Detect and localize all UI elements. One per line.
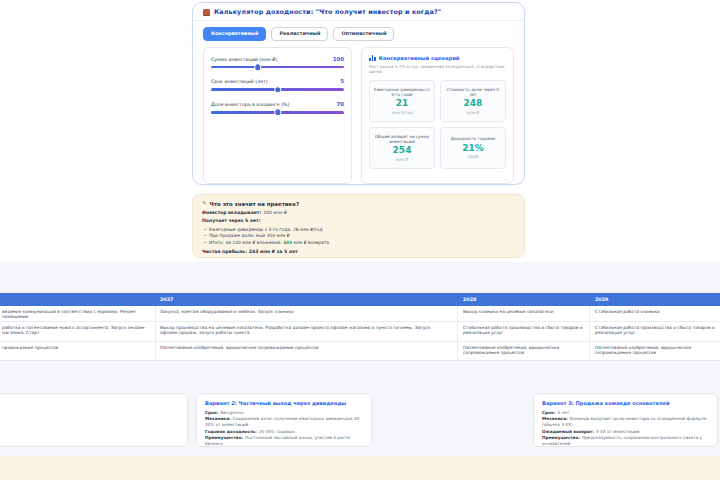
table-cell: Патентование изобретений, юридическое со…	[463, 345, 584, 356]
memo-icon: ✎	[202, 201, 207, 207]
slider-investment-amount[interactable]	[211, 66, 344, 69]
metric-value: 21	[373, 98, 431, 108]
variant-row: Преимущество:Предсказуемость, сохранение…	[542, 435, 709, 447]
slider-label-investment-amount: Сумма инвестиций (млн ₽)	[211, 57, 277, 62]
metric-value: 248	[444, 98, 502, 108]
variant-2-card: Вариант 2: Частичный выход через дивиден…	[196, 393, 372, 447]
practice-invest-value: 100 млн ₽	[263, 210, 287, 215]
variant-3-title: Вариант 3: Продажа команде основателей	[542, 400, 709, 406]
metric-unit: CAGR	[444, 154, 502, 159]
metric-value: 254	[373, 145, 431, 155]
roadmap-header-row: 2027 2028 2029	[0, 293, 720, 306]
scenario-title: Консервативный сценарий	[379, 55, 460, 61]
tab-conservative[interactable]: Консервативный	[203, 27, 266, 41]
metric-value: 21%	[444, 143, 502, 153]
table-cell: Выход производства на целевые показатели…	[160, 325, 448, 336]
practice-card: ✎ Что это значит на практике? Инвестор в…	[192, 194, 525, 258]
metric-card-dividends: Ежегодные дивиденды (с 3-го года) 21 млн…	[369, 80, 435, 122]
table-row: работка и патентование нового ассортимен…	[0, 322, 720, 342]
variant-2-title: Вариант 2: Частичный выход через дивиден…	[205, 400, 363, 406]
table-row: ведение коммуникаций в соответствии с но…	[0, 306, 720, 322]
column-divider	[155, 306, 156, 361]
metric-label: Доходность годовая	[444, 136, 502, 141]
metric-card-total-return: Общий возврат на сумму инвестиций 254 мл…	[369, 127, 435, 169]
metric-unit: млн ₽/год	[373, 110, 431, 115]
practice-title: Что это значит на практике?	[210, 201, 299, 207]
practice-net-label: Чистая прибыль:	[202, 249, 247, 254]
calculator-icon	[203, 9, 210, 16]
practice-receive-label: Получает через 5 лет:	[202, 218, 513, 223]
table-cell: Закупка, монтаж оборудования и мебели. З…	[160, 309, 448, 315]
calculator-card: Калькулятор доходности: "Что получит инв…	[192, 2, 525, 185]
practice-invest-line: Инвестор вкладывает:100 млн ₽	[202, 210, 515, 215]
page: Калькулятор доходности: "Что получит инв…	[0, 0, 720, 480]
sliders-panel: Сумма инвестиций (млн ₽) 100 Срок инвест…	[203, 47, 352, 184]
table-cell: Выход клиники на целевые показатели	[463, 309, 584, 315]
scenario-subtitle: Рост рынка 5-7% в год, умеренная конкуре…	[369, 64, 506, 74]
column-divider	[457, 306, 458, 361]
slider-row: Срок инвестиций (лет) 5	[211, 78, 344, 84]
variant-1-card	[0, 393, 188, 447]
slider-label-investor-share: Доля инвестора в холдинге (%)	[211, 102, 289, 107]
metric-card-cagr: Доходность годовая 21% CAGR	[440, 127, 506, 169]
practice-net-line: Чистая прибыль: 243 млн ₽ за 5 лет	[202, 249, 515, 254]
variant-3-card: Вариант 3: Продажа команде основателей С…	[533, 393, 718, 447]
metric-label: Общий возврат на сумму инвестиций	[373, 134, 431, 144]
practice-bullet: Итого: на 100 млн ₽ вложений: 343 млн ₽ …	[202, 240, 515, 246]
calculator-title: Калькулятор доходности: "Что получит инв…	[214, 8, 441, 16]
table-cell: работка и патентование нового ассортимен…	[2, 325, 152, 336]
slider-value-investment-term: 5	[340, 78, 344, 84]
practice-net-value: 243 млн ₽ за 5 лет	[249, 249, 298, 254]
table-cell: ведение коммуникаций в соответствии с но…	[2, 309, 152, 320]
metric-unit: млн ₽	[444, 110, 502, 115]
variant-row: Преимущество:Постоянный пассивный доход,…	[205, 435, 363, 447]
bottom-beige-band	[0, 456, 720, 480]
metrics-grid: Ежегодные дивиденды (с 3-го года) 21 млн…	[369, 80, 506, 169]
scenario-panel: Консервативный сценарий Рост рынка 5-7% …	[361, 47, 514, 184]
table-cell: Стабильная работа производства и сбыта т…	[595, 325, 717, 336]
roadmap-table: 2027 2028 2029 ведение коммуникаций в со…	[0, 293, 720, 361]
metric-label: Стоимость доли через 5 лет	[444, 87, 502, 97]
tab-realistic[interactable]: Реалистичный	[271, 27, 328, 41]
slider-thumb[interactable]	[275, 110, 281, 116]
slider-row: Сумма инвестиций (млн ₽) 100	[211, 56, 344, 62]
slider-row: Доля инвестора в холдинге (%) 70	[211, 101, 344, 107]
slider-thumb[interactable]	[255, 64, 261, 70]
table-cell: Патентование изобретений, юридическое со…	[595, 345, 717, 356]
table-cell: провождение процессов	[2, 345, 152, 351]
bar-chart-icon	[369, 55, 376, 61]
slider-thumb[interactable]	[275, 87, 281, 93]
metric-unit: млн ₽	[373, 157, 431, 162]
slider-value-investor-share: 70	[337, 101, 345, 107]
year-header-2029: 2029	[595, 293, 608, 306]
scenario-tabs: Консервативный Реалистичный Оптимистичны…	[193, 21, 524, 41]
metric-card-share-value: Стоимость доли через 5 лет 248 млн ₽	[440, 80, 506, 122]
column-divider	[589, 306, 590, 361]
calculator-header: Калькулятор доходности: "Что получит инв…	[193, 3, 524, 21]
table-cell: Патентование изобретений, юридическое со…	[160, 345, 448, 351]
year-header-2027: 2027	[160, 293, 173, 306]
table-cell: Стабильная работа клиники	[595, 309, 717, 315]
slider-investor-share[interactable]	[211, 111, 344, 114]
year-header-2028: 2028	[463, 293, 476, 306]
practice-title-row: ✎ Что это значит на практике?	[202, 201, 515, 207]
slider-label-investment-term: Срок инвестиций (лет)	[211, 79, 268, 84]
variant-row: Механика:Сохранение доли, получение ежег…	[205, 416, 363, 428]
practice-bullets: Ежегодные дивиденды с 3-го года: 28 млн …	[202, 227, 515, 246]
calculator-panels: Сумма инвестиций (млн ₽) 100 Срок инвест…	[193, 41, 524, 190]
tab-optimistic[interactable]: Оптимистичный	[333, 27, 394, 41]
practice-invest-label: Инвестор вкладывает:	[202, 210, 261, 215]
scenario-title-row: Консервативный сценарий	[369, 55, 506, 61]
slider-value-investment-amount: 100	[333, 56, 344, 62]
variant-row: Механика:Команда выкупает долю инвестора…	[542, 416, 709, 428]
table-row: провождение процессов Патентование изобр…	[0, 342, 720, 361]
slider-investment-term[interactable]	[211, 88, 344, 91]
metric-label: Ежегодные дивиденды (с 3-го года)	[373, 87, 431, 97]
table-cell: Стабильная работа производства и сбыта т…	[463, 325, 584, 336]
